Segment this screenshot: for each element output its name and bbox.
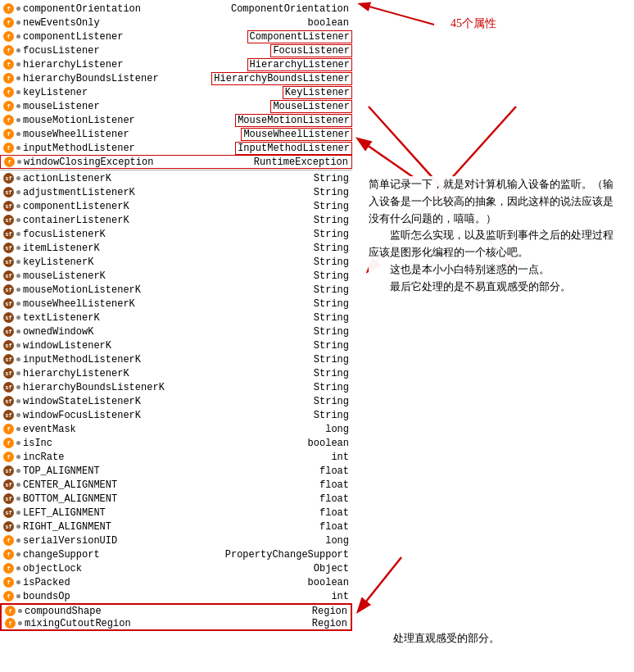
annotation-listener-text4: 最后它处理的是不易直观感受的部分。: [369, 280, 571, 293]
field-icon: f: [3, 101, 14, 111]
table-row[interactable]: finputMethodListenerInputMethodListener: [0, 141, 352, 155]
dot-indicator: [16, 146, 20, 150]
field-icon: f: [3, 45, 14, 56]
field-name: hierarchyListenerK: [23, 368, 287, 379]
table-row[interactable]: sfLEFT_ALIGNMENTfloat: [0, 506, 352, 520]
field-name: LEFT_ALIGNMENT: [23, 507, 287, 519]
field-name: textListenerK: [23, 312, 287, 324]
table-row[interactable]: fmouseListenerMouseListener: [0, 99, 352, 113]
table-row[interactable]: fmouseMotionListenerMouseMotionListener: [0, 113, 352, 127]
table-row[interactable]: sfkeyListenerKString: [0, 255, 352, 269]
table-row[interactable]: sftextListenerKString: [0, 311, 352, 325]
table-row[interactable]: sfitemListenerKString: [0, 241, 352, 255]
table-row[interactable]: sfmouseMotionListenerKString: [0, 283, 352, 297]
table-row[interactable]: ffocusListenerFocusListener: [0, 43, 352, 57]
table-row[interactable]: sfadjustmentListenerKString: [0, 185, 352, 199]
field-name: isPacked: [23, 577, 287, 588]
table-row[interactable]: fwindowClosingExceptionRuntimeException: [0, 155, 352, 169]
table-row[interactable]: sfactionListenerKString: [0, 171, 352, 185]
table-row[interactable]: sfwindowStateListenerKString: [0, 394, 352, 408]
table-row[interactable]: fincRateint: [0, 450, 352, 464]
table-row[interactable]: sfCENTER_ALIGNMENTfloat: [0, 478, 352, 492]
field-type: MouseMotionListener: [235, 114, 352, 127]
table-row[interactable]: sfBOTTOM_ALIGNMENTfloat: [0, 492, 352, 506]
table-row[interactable]: sfownedWindowKString: [0, 325, 352, 338]
field-type: HierarchyListener: [247, 58, 352, 71]
field-name: TOP_ALIGNMENT: [23, 465, 287, 477]
field-name: RIGHT_ALIGNMENT: [23, 521, 287, 533]
dot-indicator: [16, 371, 20, 375]
dot-indicator: [16, 246, 20, 250]
tree-panel: fcomponentOrientationComponentOrientatio…: [0, 0, 352, 672]
table-row[interactable]: sfRIGHT_ALIGNMENTfloat: [0, 520, 352, 534]
field-icon: f: [3, 129, 14, 139]
dot-indicator: [16, 260, 20, 264]
table-row[interactable]: sfwindowFocusListenerKString: [0, 408, 352, 422]
table-row[interactable]: fobjectLockObject: [0, 561, 352, 575]
table-row[interactable]: fmixingCutoutRegionRegion: [0, 617, 352, 631]
dot-indicator: [16, 302, 20, 306]
dot-indicator: [16, 48, 20, 52]
main-container: fcomponentOrientationComponentOrientatio…: [0, 0, 634, 672]
field-name: componentListenerK: [23, 201, 287, 212]
table-row[interactable]: fhierarchyBoundsListenerHierarchyBoundsL…: [0, 71, 352, 85]
field-type: String: [287, 201, 352, 212]
table-row[interactable]: fisPackedboolean: [0, 575, 352, 589]
table-row[interactable]: sfcomponentListenerKString: [0, 199, 352, 213]
field-name: incRate: [23, 452, 287, 463]
table-row[interactable]: fnewEventsOnlyboolean: [0, 16, 352, 30]
dot-indicator: [16, 566, 20, 570]
dot-indicator: [16, 413, 20, 417]
field-type: String: [287, 243, 352, 254]
table-row[interactable]: sfinputMethodListenerKString: [0, 352, 352, 366]
field-name: adjustmentListenerK: [23, 187, 287, 198]
dot-indicator: [16, 232, 20, 236]
field-type: Object: [287, 563, 352, 574]
field-name: eventMask: [23, 424, 287, 435]
table-row[interactable]: sfhierarchyBoundsListenerKString: [0, 380, 352, 394]
svg-line-5: [359, 557, 401, 611]
table-row[interactable]: sffocusListenerKString: [0, 227, 352, 241]
annotation-listener-text3: 这也是本小小白特别迷惑的一点。: [369, 263, 550, 275]
table-row[interactable]: sfwindowListenerKString: [0, 338, 352, 352]
table-row[interactable]: sfhierarchyListenerKString: [0, 366, 352, 380]
table-row[interactable]: fcomponentOrientationComponentOrientatio…: [0, 2, 352, 16]
field-type: String: [287, 270, 352, 282]
table-row[interactable]: fmouseWheelListenerMouseWheelListener: [0, 127, 352, 141]
dot-indicator: [16, 469, 20, 473]
field-type: String: [287, 229, 352, 240]
field-type: String: [287, 326, 352, 338]
table-row[interactable]: fchangeSupportPropertyChangeSupport: [0, 547, 352, 561]
field-type: float: [287, 507, 352, 519]
table-row[interactable]: fcomponentListenerComponentListener: [0, 30, 352, 43]
dot-indicator: [16, 190, 20, 194]
field-name: hierarchyBoundsListenerK: [23, 382, 287, 393]
table-row[interactable]: feventMasklong: [0, 422, 352, 436]
table-row[interactable]: fboundsOpint: [0, 589, 352, 603]
table-row[interactable]: fkeyListenerKeyListener: [0, 85, 352, 99]
field-icon: sf: [3, 521, 14, 532]
table-row[interactable]: sfcontainerListenerKString: [0, 213, 352, 227]
field-name: containerListenerK: [23, 215, 287, 226]
field-icon: f: [3, 3, 14, 14]
field-icon: f: [3, 563, 14, 574]
table-row[interactable]: fserialVersionUIDlong: [0, 534, 352, 547]
table-row[interactable]: fhierarchyListenerHierarchyListener: [0, 57, 352, 71]
field-icon: sf: [3, 284, 14, 295]
field-name: focusListenerK: [23, 229, 287, 240]
table-row[interactable]: sfTOP_ALIGNMENTfloat: [0, 464, 352, 478]
field-name: changeSupport: [23, 549, 225, 561]
table-row[interactable]: fisIncboolean: [0, 436, 352, 450]
field-name: hierarchyBoundsListener: [23, 73, 211, 84]
field-icon: f: [3, 591, 14, 602]
field-icon: f: [3, 87, 14, 98]
table-row[interactable]: sfmouseListenerKString: [0, 269, 352, 283]
table-row[interactable]: fcompoundShapeRegion: [0, 603, 352, 617]
annotation-bottom: 处理直观感受的部分。: [393, 630, 500, 647]
dot-indicator: [16, 204, 20, 208]
field-icon: sf: [3, 354, 14, 365]
field-type: String: [287, 368, 352, 379]
field-icon: sf: [3, 326, 14, 337]
table-row[interactable]: sfmouseWheelListenerKString: [0, 297, 352, 311]
field-type: int: [287, 591, 352, 602]
